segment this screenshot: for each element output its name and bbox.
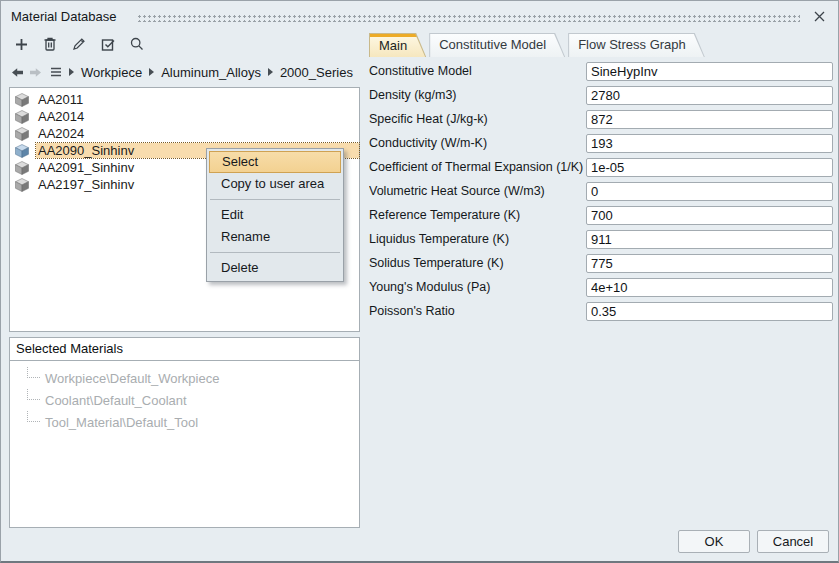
selected-material-item[interactable]: Tool_Material\Default_Tool xyxy=(10,411,359,433)
menu-item-select[interactable]: Select xyxy=(209,151,341,173)
drag-handle[interactable] xyxy=(137,13,801,22)
field-label-solidus-temperature: Solidus Temperature (K) xyxy=(369,256,586,270)
tree-elbow-icon xyxy=(27,411,40,422)
menu-separator xyxy=(210,199,340,200)
menu-item-rename[interactable]: Rename xyxy=(209,226,341,248)
field-input-youngs-modulus[interactable] xyxy=(586,278,833,297)
field-input-conductivity[interactable] xyxy=(586,134,833,153)
ok-button[interactable]: OK xyxy=(678,530,750,553)
select-edit-button[interactable] xyxy=(99,35,117,53)
material-label: AA2197_Sinhinv xyxy=(36,177,136,192)
breadcrumb-workpiece[interactable]: Workpiece xyxy=(81,65,142,80)
field-label-thermal-expansion: Coefficient of Thermal Expansion (1/K) xyxy=(369,160,586,174)
breadcrumb-aluminum-alloys[interactable]: Aluminum_Alloys xyxy=(161,65,261,80)
field-label-constitutive-model: Constitutive Model xyxy=(369,64,586,78)
material-row[interactable]: AA2024 xyxy=(10,125,359,142)
material-label: AA2011 xyxy=(36,92,85,107)
field-input-reference-temperature[interactable] xyxy=(586,206,833,225)
material-label: AA2014 xyxy=(36,109,86,124)
field-label-poissons-ratio: Poisson's Ratio xyxy=(369,304,586,318)
field-label-density: Density (kg/m3) xyxy=(369,88,586,102)
field-input-poissons-ratio[interactable] xyxy=(586,302,833,321)
selected-material-label: Coolant\Default_Coolant xyxy=(45,393,187,408)
material-cube-icon xyxy=(15,144,29,158)
cancel-button[interactable]: Cancel xyxy=(757,530,829,553)
selected-material-item[interactable]: Workpiece\Default_Workpiece xyxy=(10,367,359,389)
field-label-specific-heat: Specific Heat (J/kg-k) xyxy=(369,112,586,126)
tab-constitutive-model[interactable]: Constitutive Model xyxy=(429,33,565,57)
field-label-liquidus-temperature: Liquidus Temperature (K) xyxy=(369,232,586,246)
tab-label: Constitutive Model xyxy=(430,34,564,57)
crumb-separator-icon xyxy=(69,68,74,76)
field-input-specific-heat[interactable] xyxy=(586,110,833,129)
selected-material-item[interactable]: Coolant\Default_Coolant xyxy=(10,389,359,411)
checkbox-edit-icon xyxy=(100,36,116,52)
field-input-liquidus-temperature[interactable] xyxy=(586,230,833,249)
breadcrumb: Workpiece Aluminum_Alloys 2000_Series xyxy=(11,62,353,82)
field-input-volumetric-heat-source[interactable] xyxy=(586,182,833,201)
material-properties-form: Constitutive Model Density (kg/m3) Speci… xyxy=(369,59,833,323)
pencil-icon xyxy=(71,36,87,52)
selected-materials-panel: Selected Materials Workpiece\Default_Wor… xyxy=(9,337,360,528)
material-database-dialog: Material Database xyxy=(0,0,839,563)
menu-item-edit[interactable]: Edit xyxy=(209,204,341,226)
field-input-thermal-expansion[interactable] xyxy=(586,158,833,177)
search-icon xyxy=(129,36,145,52)
material-cube-icon xyxy=(15,110,29,124)
field-label-conductivity: Conductivity (W/m-K) xyxy=(369,136,586,150)
materials-toolbar xyxy=(12,35,146,53)
back-arrow-icon[interactable] xyxy=(11,66,24,79)
material-label: AA2091_Sinhinv xyxy=(36,160,136,175)
tree-elbow-icon xyxy=(27,389,40,400)
field-label-reference-temperature: Reference Temperature (K) xyxy=(369,208,586,222)
selected-materials-header: Selected Materials xyxy=(10,338,359,361)
field-label-youngs-modulus: Young's Modulus (Pa) xyxy=(369,280,586,294)
context-menu: Select Copy to user area Edit Rename Del… xyxy=(206,148,344,282)
search-button[interactable] xyxy=(128,35,146,53)
material-cube-icon xyxy=(15,178,29,192)
trash-icon xyxy=(42,36,58,52)
edit-button[interactable] xyxy=(70,35,88,53)
tab-flow-stress-graph[interactable]: Flow Stress Graph xyxy=(568,33,705,57)
field-input-solidus-temperature[interactable] xyxy=(586,254,833,273)
selected-material-label: Workpiece\Default_Workpiece xyxy=(45,371,219,386)
tab-label: Flow Stress Graph xyxy=(569,34,704,57)
tab-main[interactable]: Main xyxy=(369,33,426,57)
material-cube-icon xyxy=(15,161,29,175)
menu-separator xyxy=(210,252,340,253)
material-label: AA2024 xyxy=(36,126,86,141)
field-input-constitutive-model[interactable] xyxy=(586,62,833,81)
dialog-footer: OK Cancel xyxy=(678,530,829,553)
forward-arrow-icon[interactable] xyxy=(29,66,42,79)
crumb-separator-icon xyxy=(149,68,154,76)
material-row[interactable]: AA2011 xyxy=(10,91,359,108)
field-label-volumetric-heat-source: Volumetric Heat Source (W/m3) xyxy=(369,184,586,198)
detail-tabs: Main Constitutive Model Flow Stress Grap… xyxy=(369,33,708,57)
tree-list-icon[interactable] xyxy=(50,66,62,78)
titlebar: Material Database xyxy=(1,1,838,31)
menu-item-copy-to-user-area[interactable]: Copy to user area xyxy=(209,173,341,195)
material-cube-icon xyxy=(15,93,29,107)
close-icon xyxy=(814,11,825,22)
add-button[interactable] xyxy=(12,35,30,53)
delete-button[interactable] xyxy=(41,35,59,53)
breadcrumb-2000-series[interactable]: 2000_Series xyxy=(280,65,353,80)
close-button[interactable] xyxy=(810,7,828,25)
add-icon xyxy=(14,37,29,52)
menu-item-delete[interactable]: Delete xyxy=(209,257,341,279)
dialog-title: Material Database xyxy=(11,9,117,24)
field-input-density[interactable] xyxy=(586,86,833,105)
tree-elbow-icon xyxy=(27,367,40,378)
selected-material-label: Tool_Material\Default_Tool xyxy=(45,415,198,430)
tab-label: Main xyxy=(370,34,425,57)
crumb-separator-icon xyxy=(268,68,273,76)
material-cube-icon xyxy=(15,127,29,141)
material-row[interactable]: AA2014 xyxy=(10,108,359,125)
